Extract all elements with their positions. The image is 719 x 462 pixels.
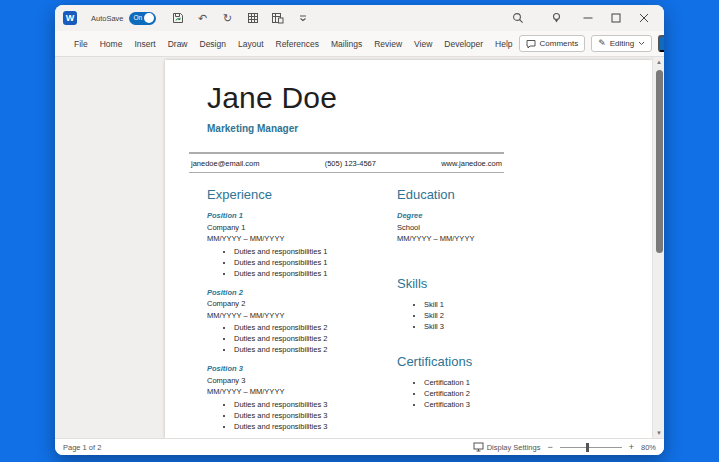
education-school: School: [397, 222, 557, 234]
pencil-icon: ✎: [598, 39, 606, 48]
duty-item: Duties and responsibilities 1: [234, 268, 397, 279]
resume-name: Jane Doe: [207, 81, 337, 115]
tab-insert[interactable]: Insert: [128, 34, 161, 54]
document-canvas: Jane Doe Marketing Manager janedoe@email…: [55, 57, 664, 438]
contact-row: janedoe@email.com (505) 123-4567 www.jan…: [189, 152, 504, 173]
tab-review[interactable]: Review: [368, 34, 408, 54]
certification-item: Certification 3: [424, 399, 557, 410]
education-degree: Degree: [397, 210, 557, 222]
duty-item: Duties and responsibilities 1: [234, 257, 397, 268]
scroll-down-icon[interactable]: ▼: [653, 428, 664, 438]
position-company: Company 1: [207, 222, 397, 234]
education-block: Degree School MM/YYYY – MM/YYYY: [397, 210, 557, 245]
page-indicator[interactable]: Page 1 of 2: [63, 443, 101, 452]
duties-list: Duties and responsibilities 1 Duties and…: [207, 246, 397, 279]
monitor-icon: [473, 442, 484, 452]
lightbulb-icon[interactable]: [544, 8, 568, 28]
position-company: Company 3: [207, 375, 397, 387]
duties-list: Duties and responsibilities 3 Duties and…: [207, 399, 397, 432]
position-block: Position 2 Company 2 MM/YYYY – MM/YYYY D…: [207, 287, 397, 356]
display-settings-button[interactable]: Display Settings: [473, 442, 541, 452]
word-window: W AutoSave On ↶ ↻: [55, 5, 664, 455]
table-icon[interactable]: [245, 10, 261, 26]
display-settings-label: Display Settings: [487, 443, 541, 452]
chevron-down-icon: [638, 41, 645, 46]
share-button[interactable]: [658, 35, 664, 52]
redo-icon[interactable]: ↻: [220, 10, 236, 26]
duty-item: Duties and responsibilities 2: [234, 322, 397, 333]
certification-item: Certification 2: [424, 388, 557, 399]
position-dates: MM/YYYY – MM/YYYY: [207, 233, 397, 245]
duty-item: Duties and responsibilities 3: [234, 421, 397, 432]
tab-view[interactable]: View: [408, 34, 438, 54]
minimize-button[interactable]: [574, 7, 602, 29]
editing-label: Editing: [610, 39, 634, 48]
autosave-label: AutoSave: [91, 14, 124, 23]
education-heading: Education: [397, 187, 557, 202]
position-title: Position 1: [207, 210, 397, 222]
duty-item: Duties and responsibilities 3: [234, 399, 397, 410]
tab-design[interactable]: Design: [194, 34, 232, 54]
vertical-scrollbar[interactable]: ▲ ▼: [652, 57, 664, 438]
resume-columns: Experience Position 1 Company 1 MM/YYYY …: [207, 187, 557, 432]
editing-mode-button[interactable]: ✎ Editing: [591, 35, 652, 52]
experience-section: Experience Position 1 Company 1 MM/YYYY …: [207, 187, 397, 432]
tab-developer[interactable]: Developer: [438, 34, 489, 54]
experience-heading: Experience: [207, 187, 397, 202]
autosave-toggle-state: On: [134, 14, 143, 21]
education-dates: MM/YYYY – MM/YYYY: [397, 233, 557, 245]
duties-list: Duties and responsibilities 2 Duties and…: [207, 322, 397, 355]
ribbon-tab-row: File Home Insert Draw Design Layout Refe…: [55, 31, 664, 57]
quick-access-toolbar: ↶ ↻: [170, 10, 311, 26]
certifications-heading: Certifications: [397, 354, 557, 369]
tab-file[interactable]: File: [68, 34, 94, 54]
position-company: Company 2: [207, 298, 397, 310]
ribbon-right-controls: Comments ✎ Editing: [519, 34, 664, 54]
right-column: Education Degree School MM/YYYY – MM/YYY…: [397, 187, 557, 432]
duty-item: Duties and responsibilities 2: [234, 333, 397, 344]
scrollbar-thumb[interactable]: [656, 70, 663, 253]
duty-item: Duties and responsibilities 2: [234, 344, 397, 355]
zoom-level[interactable]: 80%: [641, 443, 656, 452]
tab-help[interactable]: Help: [489, 34, 518, 54]
resume-job-title: Marketing Manager: [207, 123, 298, 134]
position-dates: MM/YYYY – MM/YYYY: [207, 310, 397, 322]
comments-button[interactable]: Comments: [519, 35, 586, 52]
autosave-toggle[interactable]: On: [129, 12, 156, 25]
comment-icon: [526, 39, 536, 49]
position-block: Position 1 Company 1 MM/YYYY – MM/YYYY D…: [207, 210, 397, 279]
table-properties-icon[interactable]: [270, 10, 286, 26]
title-bar: W AutoSave On ↶ ↻: [55, 5, 664, 31]
scroll-up-icon[interactable]: ▲: [653, 57, 664, 67]
contact-email: janedoe@email.com: [191, 159, 259, 168]
zoom-in-button[interactable]: +: [629, 442, 634, 452]
tab-home[interactable]: Home: [94, 34, 129, 54]
word-app-icon[interactable]: W: [63, 11, 77, 25]
customize-toolbar-icon[interactable]: [295, 10, 311, 26]
contact-website: www.janedoe.com: [441, 159, 502, 168]
skills-heading: Skills: [397, 276, 557, 291]
position-dates: MM/YYYY – MM/YYYY: [207, 386, 397, 398]
certifications-list: Certification 1 Certification 2 Certific…: [397, 377, 557, 410]
undo-icon[interactable]: ↶: [195, 10, 211, 26]
duty-item: Duties and responsibilities 3: [234, 410, 397, 421]
save-icon[interactable]: [170, 10, 186, 26]
ribbon-tabs: File Home Insert Draw Design Layout Refe…: [68, 34, 519, 54]
toggle-knob: [144, 13, 154, 23]
certification-item: Certification 1: [424, 377, 557, 388]
skill-item: Skill 2: [424, 310, 557, 321]
maximize-button[interactable]: [602, 7, 630, 29]
tab-mailings[interactable]: Mailings: [325, 34, 368, 54]
close-button[interactable]: [630, 7, 658, 29]
zoom-out-button[interactable]: −: [547, 442, 552, 452]
skill-item: Skill 3: [424, 321, 557, 332]
skill-item: Skill 1: [424, 299, 557, 310]
search-icon[interactable]: [506, 8, 530, 28]
position-title: Position 3: [207, 363, 397, 375]
zoom-slider-thumb[interactable]: [586, 443, 589, 452]
document-page[interactable]: Jane Doe Marketing Manager janedoe@email…: [165, 60, 652, 438]
tab-layout[interactable]: Layout: [232, 34, 270, 54]
tab-references[interactable]: References: [270, 34, 325, 54]
zoom-slider[interactable]: [560, 447, 622, 448]
tab-draw[interactable]: Draw: [162, 34, 194, 54]
